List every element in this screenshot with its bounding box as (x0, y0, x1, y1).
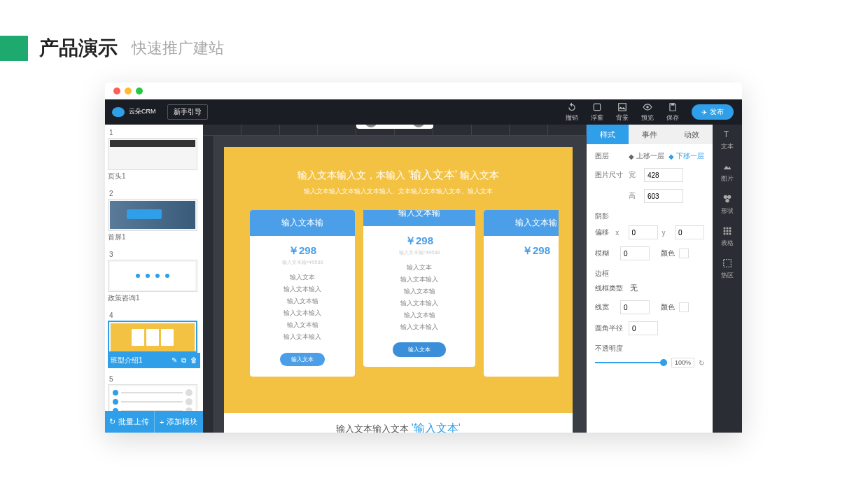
top-toolbar: 云朵CRM 新手引导 撤销 浮窗 背景 预览 保存 ✈发布 (105, 99, 742, 125)
background-button[interactable]: 背景 (616, 102, 629, 122)
pricing-card[interactable]: 输入文本输 ￥298 › (484, 210, 559, 377)
zoom-in-button[interactable]: + (365, 125, 377, 127)
layer-up-button[interactable]: ◆ 上移一层 (629, 151, 664, 161)
bulk-upload-button[interactable]: ↻批量上传 (105, 411, 155, 433)
publish-button[interactable]: ✈发布 (692, 104, 734, 120)
svg-rect-0 (594, 104, 600, 110)
guide-button[interactable]: 新手引导 (167, 104, 208, 120)
shadow-blur-input[interactable] (620, 246, 650, 260)
tab-motion[interactable]: 动效 (671, 125, 713, 144)
add-module-button[interactable]: +添加模块 (155, 411, 204, 433)
page-content[interactable]: 输入文本输入文，本输入 '输入文本' 输入文本 输入文本输入文本输入文本输入、文… (224, 147, 573, 413)
save-button[interactable]: 保存 (666, 102, 679, 122)
svg-point-2 (646, 106, 649, 108)
tool-rail: T文本 图片 形状 表格 热区 (713, 125, 742, 433)
edit-icon[interactable]: ✎ (172, 356, 177, 365)
page-header: 产品演示 快速推广建站 (0, 0, 847, 83)
page-item[interactable]: 3 政策咨询1 (108, 249, 200, 304)
svg-rect-12 (727, 230, 729, 232)
height-input[interactable] (644, 189, 683, 203)
svg-rect-15 (727, 233, 729, 235)
cloud-icon (112, 107, 125, 117)
card-cta-button[interactable]: 输入文本 (280, 353, 325, 366)
page-list-panel: 1 页头1 2 首屏1 3 政策咨询1 4 班型介绍1✎⧉🗑 (105, 125, 203, 433)
shadow-y-input[interactable] (675, 225, 704, 239)
svg-rect-14 (724, 233, 726, 235)
tool-image[interactable]: 图片 (721, 161, 734, 183)
plus-icon: + (160, 418, 164, 426)
logo: 云朵CRM (105, 107, 163, 117)
maximize-icon[interactable] (136, 88, 143, 94)
tool-hotzone[interactable]: 热区 (721, 258, 734, 280)
zoom-value: 60% (386, 125, 404, 127)
reset-icon[interactable]: ↻ (699, 359, 704, 367)
color-swatch[interactable] (679, 248, 689, 258)
svg-rect-9 (727, 227, 729, 230)
page-title: 产品演示 (39, 35, 118, 62)
shadow-x-input[interactable] (629, 225, 658, 239)
svg-rect-1 (619, 103, 626, 111)
page-item[interactable]: 2 首屏1 (108, 188, 200, 244)
pricing-card-featured[interactable]: 输入文本输 ￥298 输入文本输=¥9588 输入文本输入文本输入输入文本输输入… (363, 210, 475, 367)
width-input[interactable] (644, 168, 683, 182)
accent-block (0, 36, 28, 61)
svg-rect-13 (729, 230, 732, 232)
zoom-control: + 60% − (356, 125, 433, 129)
svg-text:T: T (724, 130, 729, 139)
tab-style[interactable]: 样式 (587, 125, 629, 144)
border-width-input[interactable] (620, 300, 650, 314)
float-button[interactable]: 浮窗 (591, 102, 603, 122)
svg-rect-10 (729, 227, 732, 230)
card-cta-button[interactable]: 输入文本 (393, 342, 446, 357)
tool-text[interactable]: T文本 (721, 129, 734, 151)
svg-point-5 (724, 195, 727, 199)
properties-panel: 样式 事件 动效 图层 ◆ 上移一层 ◆ 下移一层 图片尺寸 宽 高 (587, 125, 713, 433)
svg-rect-17 (724, 260, 732, 267)
radius-input[interactable] (629, 321, 658, 335)
ruler-vertical (203, 136, 214, 433)
section-headline[interactable]: 输入文本输入文本 '输入文本' (336, 424, 461, 433)
color-swatch[interactable] (679, 302, 689, 312)
page-item[interactable]: 5 核心卖点1 (108, 374, 200, 411)
canvas[interactable]: + 60% − 输入文本输入文，本输入 '输入文本' 输入文本 输入文本输入文本… (203, 125, 587, 433)
opacity-slider[interactable] (595, 362, 667, 363)
layer-down-button[interactable]: ◆ 下移一层 (668, 151, 704, 161)
app-window: 云朵CRM 新手引导 撤销 浮窗 背景 预览 保存 ✈发布 1 页头1 2 (105, 83, 742, 433)
logo-text: 云朵CRM (129, 108, 156, 115)
tool-shape[interactable]: 形状 (721, 193, 734, 216)
svg-rect-11 (724, 230, 726, 232)
tool-table[interactable]: 表格 (721, 225, 734, 248)
opacity-value: 100% (671, 358, 694, 368)
copy-icon[interactable]: ⧉ (181, 356, 186, 365)
minimize-icon[interactable] (125, 88, 132, 94)
svg-rect-3 (671, 103, 675, 105)
undo-button[interactable]: 撤销 (566, 102, 578, 122)
headline[interactable]: 输入文本输入文，本输入 '输入文本' 输入文本 (238, 168, 559, 183)
svg-point-7 (725, 199, 729, 202)
delete-icon[interactable]: 🗑 (190, 356, 197, 365)
svg-point-6 (727, 195, 731, 199)
preview-button[interactable]: 预览 (641, 102, 654, 122)
page-item-active[interactable]: 4 班型介绍1✎⧉🗑 (108, 310, 200, 368)
sub-headline[interactable]: 输入文本输入文本输入文本输入、文本输入文本输入文本、输入文本 (238, 187, 559, 196)
mac-titlebar (105, 83, 742, 99)
border-type-select[interactable]: 无 (630, 283, 638, 293)
page-subtitle: 快速推广建站 (132, 38, 224, 59)
upload-icon: ↻ (109, 417, 115, 426)
tab-event[interactable]: 事件 (629, 125, 671, 144)
pricing-card[interactable]: 输入文本输 ￥298 输入文本输=¥9588 输入文本输入文本输入输入文本输输入… (250, 210, 355, 377)
close-icon[interactable] (113, 88, 120, 94)
svg-rect-16 (729, 233, 732, 235)
send-icon: ✈ (701, 108, 707, 116)
page-item[interactable]: 1 页头1 (108, 127, 200, 183)
zoom-out-button[interactable]: − (412, 125, 425, 127)
svg-rect-8 (724, 227, 726, 230)
